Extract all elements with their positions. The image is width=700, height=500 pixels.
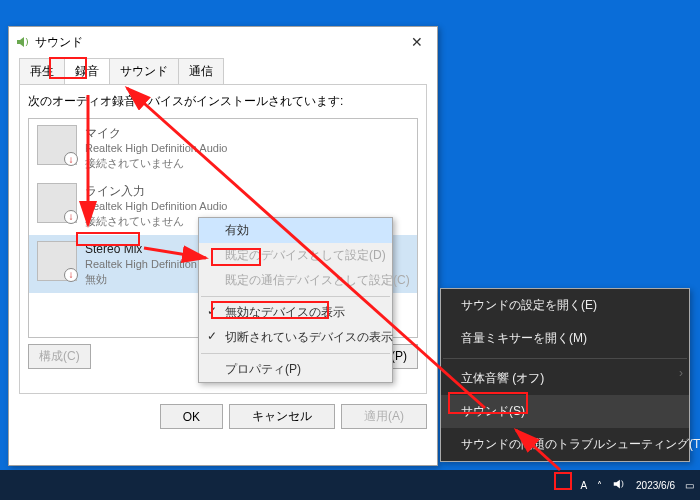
device-name: マイク — [85, 125, 227, 141]
speaker-icon — [15, 34, 31, 50]
mic-icon: ↓ — [37, 125, 77, 165]
ctx-show-disabled[interactable]: ✓無効なデバイスの表示 — [199, 300, 392, 325]
linein-icon: ↓ — [37, 183, 77, 223]
ctx-open-volume-mixer[interactable]: 音量ミキサーを開く(M) — [441, 322, 689, 355]
stereomix-icon: ↓ — [37, 241, 77, 281]
apply-button[interactable]: 適用(A) — [341, 404, 427, 429]
ctx-troubleshoot[interactable]: サウンドの問題のトラブルシューティング(T) — [441, 428, 689, 461]
tabs: 再生 録音 サウンド 通信 — [9, 58, 437, 85]
tab-playback[interactable]: 再生 — [19, 58, 65, 85]
down-arrow-icon: ↓ — [64, 152, 78, 166]
separator — [201, 353, 390, 354]
configure-button[interactable]: 構成(C) — [28, 344, 91, 369]
tab-recording[interactable]: 録音 — [64, 58, 110, 85]
separator — [443, 358, 687, 359]
ok-button[interactable]: OK — [160, 404, 223, 429]
speaker-tray-icon[interactable] — [612, 477, 626, 493]
ctx-properties[interactable]: プロパティ(P) — [199, 357, 392, 382]
list-item[interactable]: ↓ マイク Realtek High Definition Audio 接続され… — [29, 119, 417, 177]
ctx-open-sound-settings[interactable]: サウンドの設定を開く(E) — [441, 289, 689, 322]
device-driver: Realtek High Definition Audio — [85, 141, 227, 156]
check-icon: ✓ — [207, 329, 217, 343]
sound-tray-context-menu: サウンドの設定を開く(E) 音量ミキサーを開く(M) 立体音響 (オフ)› サウ… — [440, 288, 690, 462]
down-arrow-icon: ↓ — [64, 210, 78, 224]
device-context-menu: 有効 既定のデバイスとして設定(D) 既定の通信デバイスとして設定(C) ✓無効… — [198, 217, 393, 383]
dialog-buttons: OK キャンセル 適用(A) — [9, 404, 437, 437]
window-title: サウンド — [35, 34, 83, 51]
cancel-button[interactable]: キャンセル — [229, 404, 335, 429]
taskbar: A ˄ 2023/6/6 ▭ — [0, 470, 700, 500]
taskbar-date[interactable]: 2023/6/6 — [636, 480, 675, 491]
chevron-right-icon: › — [679, 366, 683, 380]
device-name: ライン入力 — [85, 183, 227, 199]
separator — [201, 296, 390, 297]
notification-icon[interactable]: ▭ — [685, 480, 694, 491]
ctx-show-disconnected[interactable]: ✓切断されているデバイスの表示 — [199, 325, 392, 350]
ctx-sound[interactable]: サウンド(S) — [441, 395, 689, 428]
ctx-set-default[interactable]: 既定のデバイスとして設定(D) — [199, 243, 392, 268]
device-driver: Realtek High Definition Audio — [85, 199, 227, 214]
ctx-spatial-sound[interactable]: 立体音響 (オフ)› — [441, 362, 689, 395]
titlebar: サウンド ✕ — [9, 27, 437, 57]
down-arrow-icon: ↓ — [64, 268, 78, 282]
check-icon: ✓ — [207, 304, 217, 318]
ime-icon[interactable]: A — [580, 480, 587, 491]
ctx-enable[interactable]: 有効 — [199, 218, 392, 243]
tray-chevron-up-icon[interactable]: ˄ — [597, 480, 602, 491]
tab-sound[interactable]: サウンド — [109, 58, 179, 85]
device-status: 接続されていません — [85, 156, 227, 171]
ctx-set-comm-default[interactable]: 既定の通信デバイスとして設定(C) — [199, 268, 392, 293]
tab-communications[interactable]: 通信 — [178, 58, 224, 85]
panel-instruction: 次のオーディオ録音デバイスがインストールされています: — [28, 93, 418, 110]
close-button[interactable]: ✕ — [397, 27, 437, 57]
